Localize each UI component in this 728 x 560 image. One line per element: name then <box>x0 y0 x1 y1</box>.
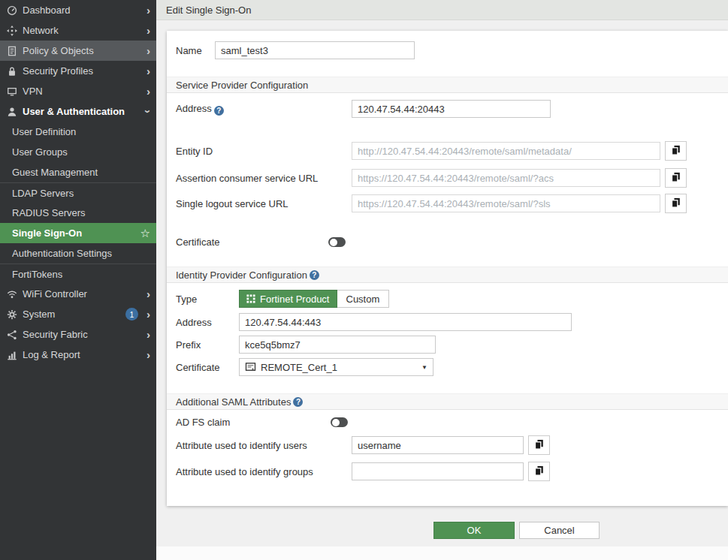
sidebar: Dashboard›Network›Policy & Objects›Secur… <box>0 0 156 560</box>
sidebar-item-system[interactable]: System1› <box>0 304 156 324</box>
copy-icon <box>534 439 544 452</box>
adfs-claim-row: AD FS claim <box>176 417 728 428</box>
certificate-icon <box>245 363 256 372</box>
attr-groups-input[interactable] <box>352 462 524 480</box>
sidebar-item-policy-objects[interactable]: Policy & Objects› <box>0 41 156 61</box>
sidebar-item-log-report[interactable]: Log & Report› <box>0 345 156 365</box>
sidebar-item-ldap-servers[interactable]: LDAP Servers <box>0 182 156 203</box>
idp-address-input[interactable] <box>239 313 572 331</box>
chevron-right-icon: › <box>147 86 150 97</box>
sidebar-item-label: VPN <box>23 86 142 97</box>
sp-address-row: Address? <box>176 100 728 118</box>
idp-address-row: Address <box>176 313 728 331</box>
sidebar-item-label: Network <box>23 25 142 36</box>
adfs-claim-toggle[interactable] <box>331 417 348 427</box>
attr-groups-row: Attribute used to identify groups <box>176 462 728 481</box>
help-icon[interactable]: ? <box>293 397 303 407</box>
sls-url-input[interactable] <box>352 194 660 212</box>
entity-id-label: Entity ID <box>176 146 352 157</box>
cancel-button[interactable]: Cancel <box>519 522 600 539</box>
sidebar-item-label: RADIUS Servers <box>12 207 150 218</box>
star-icon[interactable]: ☆ <box>140 227 150 240</box>
sidebar-item-label: Log & Report <box>23 349 142 360</box>
chevron-right-icon: › <box>147 288 150 300</box>
idp-certificate-label: Certificate <box>176 362 239 373</box>
sidebar-item-authentication-settings[interactable]: Authentication Settings <box>0 243 156 263</box>
page-title: Edit Single Sign-On <box>156 0 728 20</box>
sidebar-item-wifi-controller[interactable]: WiFi Controller› <box>0 284 156 304</box>
sidebar-item-network[interactable]: Network› <box>0 20 156 41</box>
sidebar-item-user-definition[interactable]: User Definition <box>0 122 156 142</box>
sidebar-item-vpn[interactable]: VPN› <box>0 81 156 101</box>
ok-button[interactable]: OK <box>433 522 515 539</box>
sidebar-item-label: WiFi Controller <box>23 288 142 300</box>
entity-id-input[interactable] <box>352 142 660 160</box>
acs-url-input[interactable] <box>352 169 660 187</box>
sidebar-item-user-groups[interactable]: User Groups <box>0 142 156 162</box>
sidebar-item-dashboard[interactable]: Dashboard› <box>0 0 156 20</box>
chevron-right-icon: › <box>147 349 150 360</box>
caret-down-icon: ▼ <box>421 364 427 371</box>
sidebar-item-label: Guest Management <box>12 167 150 178</box>
sidebar-item-guest-management[interactable]: Guest Management <box>0 162 156 182</box>
main-content: Edit Single Sign-On Name Service Provide… <box>156 0 728 560</box>
chevron-right-icon: › <box>147 25 150 36</box>
form-actions: OK Cancel <box>433 522 600 539</box>
idp-certificate-value: REMOTE_Cert_1 <box>261 362 337 373</box>
copy-attr-users-button[interactable] <box>528 435 550 455</box>
sls-url-row: Single logout service URL <box>176 194 728 213</box>
sidebar-item-label: Authentication Settings <box>12 248 150 259</box>
acs-url-row: Assertion consumer service URL <box>176 168 728 188</box>
sp-address-label: Address? <box>176 103 352 116</box>
idp-type-fortinet-product-button[interactable]: Fortinet Product <box>239 290 337 308</box>
sidebar-item-single-sign-on[interactable]: Single Sign-On☆ <box>0 223 156 243</box>
attr-users-row: Attribute used to identify users <box>176 435 728 455</box>
sidebar-item-label: Security Fabric <box>23 329 142 340</box>
copy-attr-groups-button[interactable] <box>528 462 550 481</box>
copy-entity-id-button[interactable] <box>665 141 687 161</box>
idp-certificate-row: Certificate REMOTE_Cert_1 ▼ <box>176 358 728 376</box>
attr-users-input[interactable] <box>352 436 524 454</box>
adfs-claim-label: AD FS claim <box>176 417 331 428</box>
name-input[interactable] <box>215 41 415 59</box>
sidebar-item-label: Security Profiles <box>23 65 142 77</box>
chevron-down-icon: › <box>143 110 154 113</box>
policy-icon <box>6 45 17 56</box>
attr-section-header: Additional SAML Attributes? <box>167 393 728 410</box>
notification-badge: 1 <box>125 308 138 321</box>
sp-section-header: Service Provider Configuration <box>167 77 728 93</box>
sp-address-input[interactable] <box>352 100 551 118</box>
user-icon <box>6 106 17 117</box>
fortinet-grid-icon <box>246 294 255 303</box>
bottom-strip <box>156 546 728 560</box>
idp-type-label: Type <box>176 294 239 305</box>
name-row: Name <box>176 41 728 59</box>
acs-url-label: Assertion consumer service URL <box>176 173 352 184</box>
idp-section-title: Identity Provider Configuration <box>176 269 307 281</box>
sidebar-item-label: Dashboard <box>23 5 142 16</box>
copy-acs-url-button[interactable] <box>665 168 687 188</box>
idp-type-custom-button[interactable]: Custom <box>337 290 390 308</box>
idp-certificate-select[interactable]: REMOTE_Cert_1 ▼ <box>239 358 433 376</box>
help-icon[interactable]: ? <box>310 270 319 280</box>
security-fabric-icon <box>6 329 17 340</box>
sp-section-title: Service Provider Configuration <box>176 80 308 91</box>
log-report-icon <box>6 349 17 360</box>
sidebar-item-user-authentication[interactable]: User & Authentication› <box>0 101 156 122</box>
chevron-right-icon: › <box>147 5 150 16</box>
attr-users-label: Attribute used to identify users <box>176 440 352 451</box>
sidebar-item-label: Single Sign-On <box>12 227 140 239</box>
sidebar-item-fortitokens[interactable]: FortiTokens <box>0 263 156 284</box>
help-icon[interactable]: ? <box>214 106 224 116</box>
idp-address-label: Address <box>176 317 239 328</box>
sp-certificate-label: Certificate <box>176 236 328 248</box>
attr-section-title: Additional SAML Attributes <box>176 396 291 408</box>
sp-certificate-toggle[interactable] <box>328 237 346 247</box>
copy-sls-url-button[interactable] <box>665 194 687 213</box>
sidebar-item-radius-servers[interactable]: RADIUS Servers <box>0 203 156 223</box>
attr-groups-label: Attribute used to identify groups <box>176 466 352 477</box>
idp-prefix-input[interactable] <box>239 336 436 354</box>
sidebar-item-label: Policy & Objects <box>23 45 142 56</box>
sidebar-item-security-profiles[interactable]: Security Profiles› <box>0 61 156 81</box>
sidebar-item-security-fabric[interactable]: Security Fabric› <box>0 324 156 345</box>
